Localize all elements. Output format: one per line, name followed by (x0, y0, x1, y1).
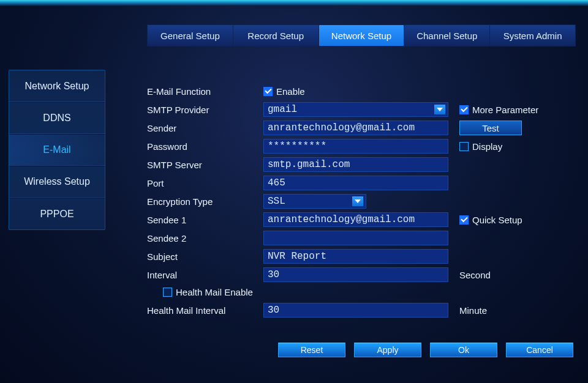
label-health-interval: Health Mail Interval (147, 305, 257, 316)
select-encryption-value: SSL (268, 196, 285, 207)
ok-button[interactable]: Ok (430, 343, 497, 357)
input-subject-value: NVR Report (268, 251, 326, 262)
network-sidebar: Network Setup DDNS E-Mail Wireless Setup… (9, 70, 105, 230)
input-smtp-server-value: smtp.gmail.com (268, 159, 350, 170)
label-subject: Subject (147, 251, 257, 262)
input-health-interval-value: 30 (268, 305, 279, 316)
checkbox-box-icon (163, 288, 172, 297)
checkbox-health-mail-label: Health Mail Enable (176, 287, 253, 297)
input-port-value: 465 (268, 177, 285, 188)
input-health-interval[interactable]: 30 (263, 303, 448, 318)
label-smtp-server: SMTP Server (147, 160, 257, 170)
label-sender: Sender (147, 123, 257, 133)
input-sendee2[interactable] (263, 231, 448, 245)
checkbox-health-mail-enable[interactable]: Health Mail Enable (153, 287, 253, 297)
checkmark-icon (459, 215, 469, 225)
checkbox-more-parameter-label: More Parameter (472, 105, 538, 115)
checkbox-quick-setup[interactable]: Quick Setup (459, 215, 522, 225)
checkmark-icon (459, 105, 469, 114)
input-sender[interactable]: anrantechnology@gmail.com (263, 121, 448, 135)
label-port: Port (147, 178, 257, 188)
sidebar-item-network-setup[interactable]: Network Setup (9, 70, 105, 102)
input-sendee1-value: anrantechnology@gmail.com (268, 214, 415, 225)
input-sendee1[interactable]: anrantechnology@gmail.com (263, 212, 448, 227)
window-top-glow (0, 0, 588, 6)
label-sendee1: Sendee 1 (147, 215, 257, 225)
input-interval[interactable]: 30 (263, 267, 448, 282)
checkbox-display[interactable]: Display (459, 141, 502, 152)
input-password-value: ********** (268, 141, 326, 152)
checkbox-enable-label: Enable (276, 86, 305, 97)
input-sender-value: anrantechnology@gmail.com (268, 122, 415, 133)
label-minute: Minute (459, 305, 582, 316)
sidebar-item-wireless-setup[interactable]: Wireless Setup (9, 166, 105, 198)
test-button[interactable]: Test (459, 121, 522, 135)
input-port[interactable]: 465 (263, 176, 448, 190)
tab-network-setup[interactable]: Network Setup (319, 25, 405, 46)
tab-system-admin[interactable]: System Admin (490, 25, 575, 46)
select-encryption[interactable]: SSL (263, 194, 366, 209)
input-smtp-server[interactable]: smtp.gmail.com (263, 157, 448, 172)
sidebar-item-email[interactable]: E-Mail (9, 134, 105, 166)
checkbox-display-label: Display (472, 141, 502, 152)
sidebar-item-ddns[interactable]: DDNS (9, 102, 105, 134)
label-second: Second (459, 270, 582, 280)
bottom-button-bar: Reset Apply Ok Cancel (278, 343, 573, 357)
label-sendee2: Sendee 2 (147, 233, 257, 244)
checkbox-box-icon (459, 142, 469, 151)
select-smtp-provider[interactable]: gmail (263, 102, 448, 117)
tab-channel-setup[interactable]: Channel Setup (404, 25, 490, 46)
chevron-down-icon (352, 196, 363, 206)
reset-button[interactable]: Reset (278, 343, 345, 357)
label-smtp-provider: SMTP Provider (147, 105, 257, 115)
input-interval-value: 30 (268, 269, 279, 280)
label-email-function: E-Mail Function (147, 86, 257, 97)
input-subject[interactable]: NVR Report (263, 249, 448, 264)
chevron-down-icon (434, 105, 445, 114)
tab-record-setup[interactable]: Record Setup (233, 25, 319, 46)
label-interval: Interval (147, 270, 257, 280)
apply-button[interactable]: Apply (354, 343, 421, 357)
email-settings-form: E-Mail Function Enable SMTP Provider gma… (147, 82, 576, 319)
input-password[interactable]: ********** (263, 139, 448, 154)
checkbox-more-parameter[interactable]: More Parameter (459, 105, 538, 115)
sidebar-item-pppoe[interactable]: PPPOE (9, 198, 105, 229)
label-password: Password (147, 141, 257, 152)
checkbox-quick-setup-label: Quick Setup (472, 215, 522, 225)
label-encryption: Encryption Type (147, 196, 257, 207)
select-smtp-provider-value: gmail (268, 104, 297, 115)
cancel-button[interactable]: Cancel (506, 343, 573, 357)
checkbox-enable[interactable]: Enable (263, 86, 305, 97)
tab-general-setup[interactable]: General Setup (148, 25, 233, 46)
main-tabbar: General Setup Record Setup Network Setup… (147, 24, 576, 46)
checkmark-icon (263, 87, 273, 96)
